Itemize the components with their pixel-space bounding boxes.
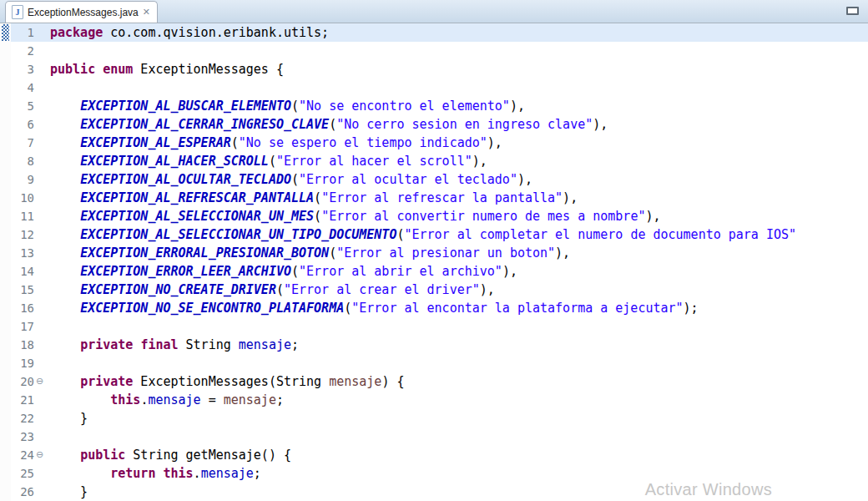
annotation-ruler-cell (0, 170, 11, 189)
code-line: 1package co.com.qvision.eribank.utils; (0, 23, 868, 42)
token-s: "Error al crear el driver" (284, 282, 480, 297)
code-text: EXCEPTION_AL_HACER_SCROLL("Error al hace… (50, 152, 868, 170)
token-s: "Error al encontar la plataforma a ejecu… (351, 301, 683, 316)
token-d (50, 172, 80, 187)
code-line: 19 (0, 354, 868, 372)
token-k: enum (103, 62, 133, 77)
token-p: mensaje (329, 374, 381, 389)
line-number: 6 (11, 115, 34, 134)
code-text: private ExceptionMessages(String mensaje… (50, 372, 868, 391)
java-file-icon-letter: J (16, 8, 20, 17)
token-d: = (201, 392, 224, 407)
code-line: 9 EXCEPTION_AL_OCULTAR_TECLADO("Error al… (0, 170, 868, 189)
fold-ruler-cell (34, 78, 50, 97)
code-line: 11 EXCEPTION_AL_SELECCIONAR_UN_MES("Erro… (0, 207, 868, 225)
code-text: EXCEPTION_ERRORAL_PRESIONAR_BOTON("Error… (50, 244, 868, 262)
token-d (50, 135, 80, 150)
token-k: public (50, 62, 95, 77)
minimize-button[interactable] (846, 7, 859, 15)
code-line: 6 EXCEPTION_AL_CERRAR_INGRESO_CLAVE("No … (0, 115, 868, 134)
line-number: 22 (11, 409, 34, 428)
tab-title: ExceptionMessages.java (28, 7, 139, 18)
annotation-ruler-cell (0, 428, 11, 446)
token-d: } (50, 484, 88, 499)
line-number: 5 (11, 97, 34, 115)
token-s: "Error al hacer el scroll" (276, 154, 472, 169)
token-c: EXCEPTION_NO_CREATE_DRIVER (80, 282, 276, 297)
token-k: private (80, 337, 133, 352)
fold-ruler-cell (34, 170, 50, 189)
line-number: 8 (11, 152, 34, 170)
fold-collapse-icon[interactable]: ⊖ (34, 446, 50, 464)
fold-ruler-cell (34, 97, 50, 115)
token-d: ( (329, 245, 336, 261)
line-number: 26 (11, 483, 34, 501)
token-d (50, 301, 80, 316)
token-d: ), (555, 245, 570, 261)
line-number: 10 (11, 189, 34, 207)
token-c: EXCEPTION_AL_REFRESCAR_PANTALLA (80, 190, 314, 205)
fold-ruler-cell (34, 281, 50, 299)
line-number: 19 (11, 354, 34, 372)
code-text: EXCEPTION_AL_SELECCIONAR_UN_TIPO_DOCUMEN… (50, 225, 868, 244)
fold-ruler-cell (34, 244, 50, 262)
fold-ruler-cell (34, 317, 50, 336)
code-editor[interactable]: 1package co.com.qvision.eribank.utils;23… (0, 23, 868, 501)
token-d (50, 448, 80, 463)
annotation-ruler-cell (0, 354, 11, 372)
token-d: ), (517, 172, 532, 187)
token-k: this (163, 466, 193, 481)
token-d: ), (645, 209, 660, 224)
annotation-ruler-cell (0, 336, 11, 354)
code-text: public String getMensaje() { (50, 446, 868, 464)
token-c: EXCEPTION_AL_BUSCAR_ELEMENTO (80, 99, 291, 114)
code-text: EXCEPTION_AL_BUSCAR_ELEMENTO("No se enco… (50, 97, 868, 115)
code-line: 13 EXCEPTION_ERRORAL_PRESIONAR_BOTON("Er… (0, 244, 868, 262)
token-s: "No cerro sesion en ingreso clave" (336, 117, 593, 132)
token-d: ; (291, 337, 299, 352)
token-d: String (179, 337, 239, 352)
token-s: "No se encontro el elemento" (299, 99, 510, 114)
line-number: 24 (11, 446, 34, 464)
code-line: 4 (0, 78, 868, 97)
token-d: ( (291, 99, 299, 114)
token-s: "Error al presionar un boton" (336, 245, 555, 261)
annotation-ruler-cell (0, 97, 11, 115)
token-d: . (194, 466, 201, 481)
token-c: EXCEPTION_AL_SELECCIONAR_UN_TIPO_DOCUMEN… (80, 227, 396, 242)
token-d (50, 374, 80, 389)
fold-ruler-cell (34, 42, 50, 60)
token-d (50, 154, 80, 169)
token-d: ), (510, 99, 525, 114)
code-text: EXCEPTION_AL_OCULTAR_TECLADO("Error al o… (50, 170, 868, 189)
token-d (50, 337, 80, 352)
code-line: 14 EXCEPTION_ERROR_LEER_ARCHIVO("Error a… (0, 262, 868, 281)
token-c: EXCEPTION_AL_CERRAR_INGRESO_CLAVE (80, 117, 329, 132)
annotation-ruler-cell (0, 134, 11, 152)
code-line: 21 this.mensaje = mensaje; (0, 391, 868, 409)
token-c: EXCEPTION_AL_HACER_SCROLL (80, 154, 269, 169)
token-d (50, 466, 110, 481)
token-d: ( (314, 190, 321, 205)
code-line: 23 (0, 428, 868, 446)
annotation-ruler-cell (0, 372, 11, 391)
annotation-ruler-cell (0, 391, 11, 409)
editor-tab-bar: J ExceptionMessages.java ✕ (0, 0, 868, 23)
annotation-ruler-cell (0, 152, 11, 170)
editor-tab[interactable]: J ExceptionMessages.java ✕ (5, 1, 158, 23)
token-f: mensaje (148, 392, 200, 407)
token-d: ; (254, 466, 261, 481)
code-text: private final String mensaje; (50, 336, 868, 354)
annotation-ruler-cell (0, 207, 11, 225)
tab-close-icon[interactable]: ✕ (143, 8, 150, 17)
token-d (50, 190, 80, 205)
fold-ruler-cell (34, 409, 50, 428)
code-text: EXCEPTION_AL_ESPERAR("No se espero el ti… (50, 134, 868, 152)
fold-ruler-cell (34, 207, 50, 225)
fold-collapse-icon[interactable]: ⊖ (34, 372, 50, 391)
line-number: 18 (11, 336, 34, 354)
annotation-ruler-cell (0, 23, 11, 42)
annotation-ruler-cell (0, 446, 11, 464)
token-s: "Error al ocultar el teclado" (299, 172, 517, 187)
code-text: EXCEPTION_AL_CERRAR_INGRESO_CLAVE("No ce… (50, 115, 868, 134)
